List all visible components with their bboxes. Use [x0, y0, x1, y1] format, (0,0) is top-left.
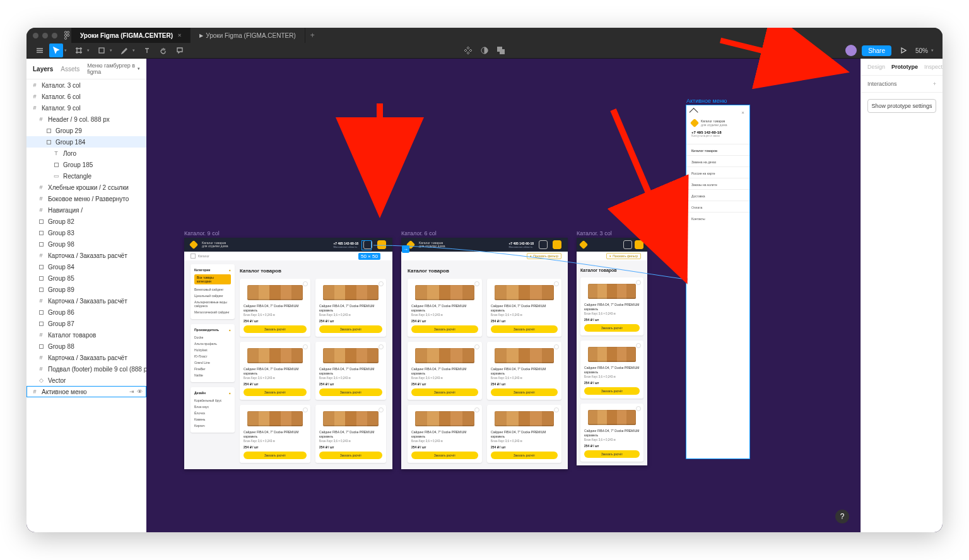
breadcrumb-item[interactable]: Каталог — [198, 254, 209, 258]
layer-row[interactable]: Group 87 — [26, 318, 146, 329]
product-card[interactable]: Сайдинг FIBA D4, 7" Docke PREMIUM караме… — [315, 405, 386, 463]
sidebar-item[interactable]: Ю-Пласт — [194, 353, 231, 359]
prototype-hotspot-icon[interactable]: → — [402, 245, 409, 253]
figma-logo-icon[interactable] — [62, 31, 71, 40]
artboard-6col[interactable]: Каталог товаровдля отделки дома+7 495 14… — [401, 238, 568, 469]
order-button[interactable]: Заказать расчёт — [244, 388, 307, 396]
prototype-tab[interactable]: Prototype — [891, 64, 918, 70]
product-card[interactable]: Сайдинг FIBA D4, 7" Docke PREMIUM караме… — [315, 279, 386, 337]
product-card[interactable]: Сайдинг FIBA D4, 7" Docke PREMIUM караме… — [487, 405, 561, 463]
product-card[interactable]: Сайдинг FIBA D4, 7" Docke PREMIUM караме… — [487, 342, 561, 400]
order-button[interactable]: Заказать расчёт — [319, 452, 382, 459]
filter-tag[interactable]: ▾Показать фильтр — [527, 253, 561, 259]
layer-row[interactable]: TЛого — [26, 148, 146, 159]
sidebar-item[interactable]: Блок-хаус — [194, 404, 231, 410]
layer-row[interactable]: Group 89 — [26, 284, 146, 295]
favorite-icon[interactable] — [554, 281, 559, 286]
layer-row[interactable]: #Каталог товаров — [26, 329, 146, 341]
favorite-icon[interactable] — [636, 406, 641, 411]
pen-tool-button[interactable] — [117, 44, 131, 57]
sidebar-item[interactable]: Цокольный сайдинг — [194, 293, 231, 299]
layers-tab[interactable]: Layers — [33, 66, 53, 73]
menu-item[interactable]: Доставка — [686, 191, 749, 199]
sidebar-item[interactable]: Ёлочка — [194, 410, 231, 416]
filter-tag[interactable]: ▾Показать фильтр — [606, 253, 641, 259]
layer-row[interactable]: #Подвал (footer) mobile 9 col (888 px) — [26, 363, 146, 375]
text-tool-button[interactable] — [140, 44, 154, 57]
lock-icon[interactable]: ⇥ — [129, 388, 134, 395]
order-button[interactable]: Заказать расчёт — [319, 388, 382, 396]
layer-row[interactable]: Group 185 — [26, 159, 146, 170]
layer-row[interactable]: #Хлебные крошки / 2 ссылки — [26, 182, 146, 193]
favorite-icon[interactable] — [474, 281, 479, 286]
inspect-tab[interactable]: Inspect — [924, 64, 943, 70]
favorite-icon[interactable] — [554, 344, 559, 349]
frame-label[interactable]: Активное меню — [686, 98, 727, 104]
sidebar-item[interactable]: Кирпич — [194, 423, 231, 429]
sidebar-item[interactable]: Корабельный брус — [194, 397, 231, 404]
boolean-ops-icon[interactable] — [496, 45, 506, 55]
design-tab[interactable]: Design — [867, 64, 885, 70]
artboard-9col[interactable]: Каталог товаровдля отделки дома +7 495 1… — [184, 238, 392, 469]
layer-row[interactable]: #Каталог. 6 col — [26, 91, 146, 102]
sidebar-item[interactable]: Grand Line — [194, 359, 231, 366]
layers-list[interactable]: #Каталог. 3 col#Каталог. 6 col#Каталог. … — [26, 79, 146, 532]
page-selector[interactable]: Меню гамбургер в figma▾ — [87, 62, 140, 75]
layer-row[interactable]: #Карточка / Заказать расчёт — [26, 295, 146, 306]
product-card[interactable]: Сайдинг FIBA D4, 7" Docke PREMIUM караме… — [487, 279, 561, 337]
layer-row[interactable]: #Активное меню⇥👁 — [26, 386, 146, 397]
layer-row[interactable]: Group 86 — [26, 306, 146, 318]
frame-label[interactable]: Каталог. 3 col — [577, 230, 612, 236]
order-button[interactable]: Заказать расчёт — [491, 388, 558, 396]
sidebar-item[interactable]: Docke — [194, 334, 231, 341]
favorite-icon[interactable] — [554, 407, 559, 412]
artboard-active-menu[interactable]: × Каталог товаровдля отделки дома +7 495… — [686, 105, 749, 458]
layer-row[interactable]: Group 85 — [26, 272, 146, 284]
sidebar-item[interactable]: FineBer — [194, 366, 231, 372]
show-prototype-settings-button[interactable]: Show prototype settings — [867, 99, 936, 113]
order-button[interactable]: Заказать расчёт — [584, 450, 640, 458]
canvas[interactable]: Каталог. 9 col Каталог. 6 col Каталог. 3… — [146, 59, 860, 532]
file-tab-active[interactable]: Уроки Figma (FIGMA.CENTER) × — [71, 28, 191, 43]
layer-row[interactable]: #Навигация / — [26, 204, 146, 216]
share-button[interactable]: Share — [862, 45, 891, 56]
product-card[interactable]: Сайдинг FIBA D4, 7" Docke PREMIUM караме… — [580, 277, 643, 335]
menu-item[interactable]: Заказы на колите — [686, 180, 749, 188]
add-interaction-button[interactable]: + — [933, 81, 936, 87]
order-button[interactable]: Заказать расчёт — [491, 325, 558, 333]
sidebar-item[interactable]: Камень — [194, 416, 231, 423]
sidebar-item[interactable]: Альта-профиль — [194, 341, 231, 347]
move-tool-button[interactable] — [49, 44, 63, 57]
frame-label[interactable]: Каталог. 9 col — [184, 230, 220, 236]
main-menu-button[interactable] — [33, 44, 47, 57]
order-button[interactable]: Заказать расчёт — [491, 452, 558, 459]
assets-tab[interactable]: Assets — [61, 66, 79, 73]
favorite-icon[interactable] — [636, 343, 641, 348]
product-card[interactable]: Сайдинг FIBA D4, 7" Docke PREMIUM караме… — [315, 342, 386, 400]
layer-row[interactable]: #Каталог. 9 col — [26, 102, 146, 114]
order-button[interactable]: Заказать расчёт — [584, 324, 640, 332]
order-button[interactable]: Заказать расчёт — [411, 325, 478, 333]
menu-item[interactable]: Россия на карте — [686, 168, 749, 177]
order-button[interactable]: Заказать расчёт — [584, 387, 640, 395]
header-burger-icon[interactable] — [377, 240, 386, 249]
sidebar-item[interactable]: Виниловый сайдинг — [194, 286, 231, 293]
menu-item[interactable]: Замена на дачах — [686, 157, 749, 165]
window-controls[interactable] — [33, 33, 57, 38]
sidebar-item[interactable]: Металлический сайдинг — [194, 309, 231, 315]
favorite-icon[interactable] — [303, 281, 308, 286]
favorite-icon[interactable] — [379, 407, 384, 412]
comment-tool-button[interactable] — [173, 44, 187, 57]
layer-row[interactable]: #Боковое меню / Развернуто — [26, 193, 146, 204]
zoom-level[interactable]: 50%▾ — [915, 47, 936, 54]
favorite-icon[interactable] — [636, 280, 641, 285]
favorite-icon[interactable] — [379, 281, 384, 286]
layer-row[interactable]: #Карточка / Заказать расчёт — [26, 352, 146, 363]
sidebar-item[interactable]: Nailite — [194, 372, 231, 378]
order-button[interactable]: Заказать расчёт — [319, 325, 382, 333]
menu-item[interactable]: Контакты — [686, 214, 749, 222]
favorite-icon[interactable] — [474, 407, 479, 412]
layer-row[interactable]: ◇Vector — [26, 375, 146, 386]
file-tab[interactable]: ▶ Уроки Figma (FIGMA.CENTER) — [191, 28, 305, 43]
favorite-icon[interactable] — [474, 344, 479, 349]
